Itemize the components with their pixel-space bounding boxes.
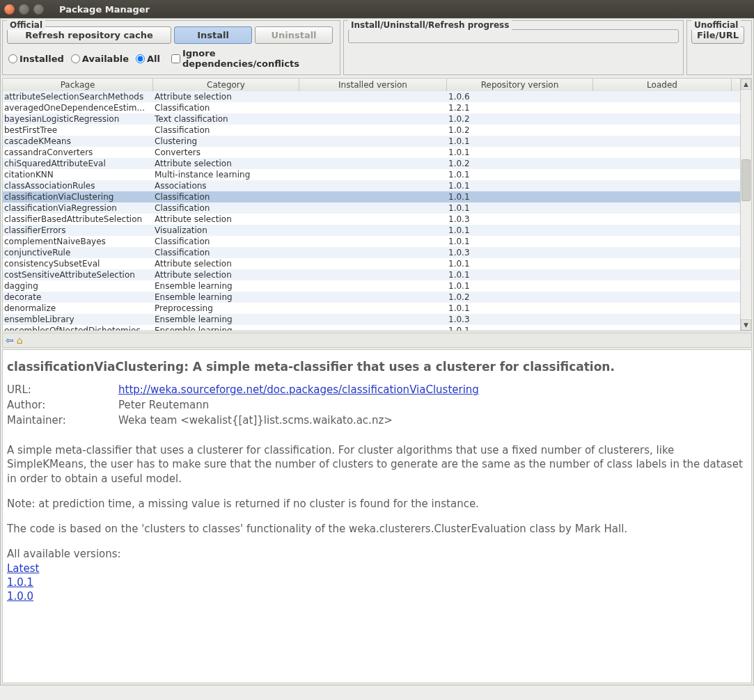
table-cell	[593, 292, 732, 303]
maximize-icon[interactable]	[33, 4, 44, 15]
table-cell	[593, 269, 732, 280]
table-row[interactable]: averagedOneDependenceEstim...Classificat…	[3, 102, 751, 113]
table-cell: classificationViaRegression	[3, 202, 153, 214]
url-label: URL:	[7, 383, 118, 396]
uninstall-button[interactable]: Uninstall	[255, 26, 333, 44]
table-cell: 1.0.1	[447, 147, 593, 158]
table-cell	[593, 169, 732, 180]
table-cell	[299, 303, 447, 314]
install-button[interactable]: Install	[174, 26, 252, 44]
table-row[interactable]: bestFirstTreeClassification1.0.2	[3, 125, 751, 136]
table-row[interactable]: complementNaiveBayesClassification1.0.1	[3, 236, 751, 247]
table-cell	[593, 202, 732, 214]
table-row[interactable]: classifierErrorsVisualization1.0.1	[3, 225, 751, 236]
maintainer-label: Maintainer:	[7, 414, 118, 427]
table-row[interactable]: conjunctiveRuleClassification1.0.3	[3, 247, 751, 258]
minimize-icon[interactable]	[19, 4, 29, 15]
table-cell	[593, 303, 732, 314]
table-cell: classificationViaClustering	[3, 191, 153, 202]
radio-installed[interactable]: Installed	[8, 54, 64, 64]
table-cell	[299, 225, 447, 236]
col-repository-version[interactable]: Repository version	[447, 79, 593, 91]
table-cell	[593, 314, 732, 325]
table-cell: cascadeKMeans	[3, 136, 153, 147]
table-row[interactable]: chiSquaredAttributeEvalAttribute selecti…	[3, 158, 751, 169]
table-cell: averagedOneDependenceEstim...	[3, 102, 153, 113]
table-cell: attributeSelectionSearchMethods	[3, 91, 153, 102]
package-table[interactable]: Package Category Installed version Repos…	[2, 78, 752, 331]
table-cell	[593, 136, 732, 147]
version-link[interactable]: 1.0.1	[7, 575, 33, 589]
table-scrollbar[interactable]: ▲ ▼	[740, 79, 751, 331]
table-cell	[593, 125, 732, 136]
radio-available[interactable]: Available	[71, 54, 129, 64]
col-loaded[interactable]: Loaded	[593, 79, 732, 91]
progress-bar	[348, 29, 679, 43]
table-row[interactable]: costSensitiveAttributeSelectionAttribute…	[3, 269, 751, 280]
table-row[interactable]: consistencySubsetEvalAttribute selection…	[3, 258, 751, 269]
url-link[interactable]: http://weka.sourceforge.net/doc.packages…	[118, 383, 479, 396]
table-cell	[299, 136, 447, 147]
table-cell: conjunctiveRule	[3, 247, 153, 258]
table-row[interactable]: bayesianLogisticRegressionText classific…	[3, 113, 751, 125]
table-cell	[593, 247, 732, 258]
table-cell: Preprocessing	[153, 303, 299, 314]
table-cell: complementNaiveBayes	[3, 236, 153, 247]
table-cell: Attribute selection	[153, 214, 299, 225]
table-cell: Attribute selection	[153, 269, 299, 280]
table-row[interactable]: cassandraConvertersConverters1.0.1	[3, 147, 751, 158]
table-cell: consistencySubsetEval	[3, 258, 153, 269]
table-cell: ensemblesOfNestedDichotomies	[3, 325, 153, 331]
table-cell: 1.0.1	[447, 236, 593, 247]
version-link[interactable]: Latest	[7, 562, 39, 575]
table-cell	[299, 191, 447, 202]
table-cell	[299, 214, 447, 225]
back-icon[interactable]: ⇦	[6, 335, 14, 345]
table-cell	[299, 325, 447, 331]
table-cell	[593, 91, 732, 102]
progress-group-label: Install/Uninstall/Refresh progress	[348, 20, 512, 30]
table-cell	[299, 202, 447, 214]
table-row[interactable]: daggingEnsemble learning1.0.1	[3, 280, 751, 292]
table-cell	[299, 269, 447, 280]
table-cell: 1.0.1	[447, 280, 593, 292]
table-cell	[299, 147, 447, 158]
home-icon[interactable]: ⌂	[17, 335, 23, 345]
table-row[interactable]: classifierBasedAttributeSelectionAttribu…	[3, 214, 751, 225]
table-cell: Attribute selection	[153, 91, 299, 102]
table-cell	[593, 280, 732, 292]
author-value: Peter Reutemann	[118, 399, 209, 411]
table-cell	[299, 247, 447, 258]
table-row[interactable]: classAssociationRulesAssociations1.0.1	[3, 180, 751, 191]
table-row[interactable]: cascadeKMeansClustering1.0.1	[3, 136, 751, 147]
table-row[interactable]: ensemblesOfNestedDichotomiesEnsemble lea…	[3, 325, 751, 331]
version-link[interactable]: 1.0.0	[7, 589, 33, 603]
close-icon[interactable]	[4, 4, 15, 15]
table-cell: cassandraConverters	[3, 147, 153, 158]
scroll-down-icon[interactable]: ▼	[741, 319, 751, 331]
scroll-up-icon[interactable]: ▲	[741, 79, 751, 90]
col-package[interactable]: Package	[3, 79, 153, 91]
table-row[interactable]: decorateEnsemble learning1.0.2	[3, 292, 751, 303]
col-installed-version[interactable]: Installed version	[299, 79, 447, 91]
table-cell	[593, 214, 732, 225]
table-row[interactable]: attributeSelectionSearchMethodsAttribute…	[3, 91, 751, 102]
scroll-thumb[interactable]	[741, 159, 751, 201]
table-row[interactable]: denormalizePreprocessing1.0.1	[3, 303, 751, 314]
table-cell: bayesianLogisticRegression	[3, 113, 153, 125]
col-category[interactable]: Category	[153, 79, 299, 91]
radio-all[interactable]: All	[136, 54, 160, 64]
detail-nav-toolbar: ⇦ ⌂	[2, 333, 752, 348]
table-cell: 1.0.6	[447, 91, 593, 102]
table-row[interactable]: classificationViaClusteringClassificatio…	[3, 191, 751, 202]
table-row[interactable]: classificationViaRegressionClassificatio…	[3, 202, 751, 214]
detail-paragraph: Note: at prediction time, a missing valu…	[7, 497, 747, 511]
table-cell: 1.0.1	[447, 191, 593, 202]
table-cell: Classification	[153, 202, 299, 214]
versions-label: All available versions:	[7, 547, 747, 561]
table-row[interactable]: citationKNNMulti-instance learning1.0.1	[3, 169, 751, 180]
ignore-deps-checkbox[interactable]: Ignore dependencies/conflicts	[171, 48, 334, 69]
table-cell	[593, 225, 732, 236]
table-cell: Attribute selection	[153, 258, 299, 269]
table-row[interactable]: ensembleLibraryEnsemble learning1.0.3	[3, 314, 751, 325]
